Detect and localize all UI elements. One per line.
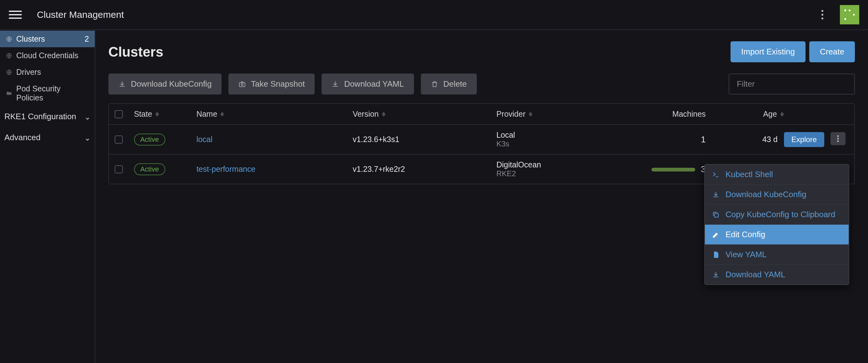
col-age[interactable]: Age [721,110,784,119]
provider-type: RKE2 [496,169,628,178]
sort-icon [780,112,784,117]
explore-button[interactable]: Explore [784,132,824,147]
camera-icon [239,80,246,88]
download-yaml-button[interactable]: Download YAML [321,74,414,94]
ctx-kubectl-shell[interactable]: Kubectl Shell [705,165,849,185]
select-all-checkbox[interactable] [115,110,123,118]
trash-icon [431,80,438,88]
ctx-download-kubeconfig[interactable]: Download KubeConfig [705,185,849,205]
ctx-label: Download YAML [725,270,785,279]
col-version[interactable]: Version [353,110,496,119]
progress-bar [651,168,695,171]
sidebar-item-label: Cloud Credentials [16,51,89,60]
cluster-version: v1.23.7+rke2r2 [353,165,496,174]
ctx-label: Download KubeConfig [725,190,806,199]
provider-name: DigitalOcean [496,160,628,169]
sidebar-item-clusters[interactable]: Clusters 2 [0,31,95,47]
col-name[interactable]: Name [196,110,353,119]
edit-icon [712,231,720,239]
download-icon [118,80,126,88]
svg-point-4 [241,84,243,85]
import-existing-button[interactable]: Import Existing [731,41,806,62]
row-checkbox[interactable] [115,165,123,173]
ctx-label: View YAML [725,250,767,259]
sidebar-item-label: Pod Security Policies [16,84,89,102]
file-icon [712,251,720,259]
cluster-name-link[interactable]: test-performance [196,165,256,173]
copy-icon [712,211,720,219]
app-title: Cluster Management [37,9,818,20]
sidebar-item-drivers[interactable]: Drivers [0,64,95,80]
sidebar-section-label: RKE1 Configuration [4,112,81,121]
col-state[interactable]: State [134,110,196,119]
sidebar-item-count: 2 [85,34,89,44]
top-bar: Cluster Management [0,0,868,30]
sort-icon [529,112,532,117]
state-badge: Active [134,163,165,175]
provider-name: Local [496,131,628,140]
hamburger-menu-icon[interactable] [9,8,22,21]
table-header: State Name Version Provider Machines Age [109,104,854,125]
sidebar-section-rke1[interactable]: RKE1 Configuration [0,106,95,127]
ctx-label: Copy KubeConfig to Clipboard [725,210,835,219]
svg-rect-8 [715,214,718,217]
sort-icon [382,112,385,117]
button-label: Download KubeConfig [131,79,212,89]
create-button[interactable]: Create [809,41,855,62]
provider-type: K3s [496,140,628,148]
terminal-icon [712,171,720,179]
svg-point-7 [837,140,839,142]
page-title: Clusters [108,44,727,60]
sort-icon [155,112,159,117]
sidebar: Clusters 2 Cloud Credentials Drivers Pod… [0,30,95,363]
ctx-view-yaml[interactable]: View YAML [705,245,849,265]
delete-button[interactable]: Delete [421,74,477,94]
chevron-down-icon [85,135,90,140]
download-kubeconfig-button[interactable]: Download KubeConfig [108,74,222,94]
sidebar-section-label: Advanced [4,133,81,142]
ctx-copy-kubeconfig[interactable]: Copy KubeConfig to Clipboard [705,205,849,225]
sidebar-item-label: Clusters [16,34,81,44]
globe-icon [6,69,12,76]
col-machines[interactable]: Machines [628,110,721,119]
cluster-name-link[interactable]: local [196,135,213,144]
sort-icon [220,112,224,117]
row-menu-button[interactable] [831,132,845,145]
table-row: Active local v1.23.6+k3s1 Local K3s 1 43… [109,125,854,155]
globe-icon [6,36,12,43]
header-kebab-icon[interactable] [818,10,827,20]
take-snapshot-button[interactable]: Take Snapshot [228,74,315,94]
button-label: Delete [443,79,467,89]
machines-count: 1 [628,135,721,145]
sidebar-item-cloud-credentials[interactable]: Cloud Credentials [0,47,95,64]
ctx-label: Edit Config [725,230,765,240]
ctx-download-yaml[interactable]: Download YAML [705,265,849,284]
button-label: Download YAML [344,79,404,89]
main-content: Clusters Import Existing Create Download… [95,30,868,363]
sidebar-item-pod-security-policies[interactable]: Pod Security Policies [0,80,95,106]
svg-rect-3 [239,83,245,87]
cluster-version: v1.23.6+k3s1 [353,135,496,144]
download-icon [712,191,720,199]
button-label: Take Snapshot [251,79,305,89]
download-icon [712,271,720,279]
svg-point-5 [837,135,839,137]
sidebar-item-label: Drivers [16,67,89,77]
avatar[interactable] [840,5,859,24]
ctx-edit-config[interactable]: Edit Config [705,225,849,245]
folder-icon [6,90,12,97]
ctx-label: Kubectl Shell [725,170,773,179]
chevron-down-icon [85,114,90,119]
row-checkbox[interactable] [115,136,123,144]
col-provider[interactable]: Provider [496,110,628,119]
context-menu: Kubectl Shell Download KubeConfig Copy K… [704,164,849,285]
svg-point-6 [837,138,839,139]
filter-input[interactable] [728,74,855,94]
cluster-age: 43 d [721,135,784,144]
download-icon [332,80,339,88]
state-badge: Active [134,134,165,145]
globe-icon [6,52,12,59]
sidebar-section-advanced[interactable]: Advanced [0,127,95,148]
